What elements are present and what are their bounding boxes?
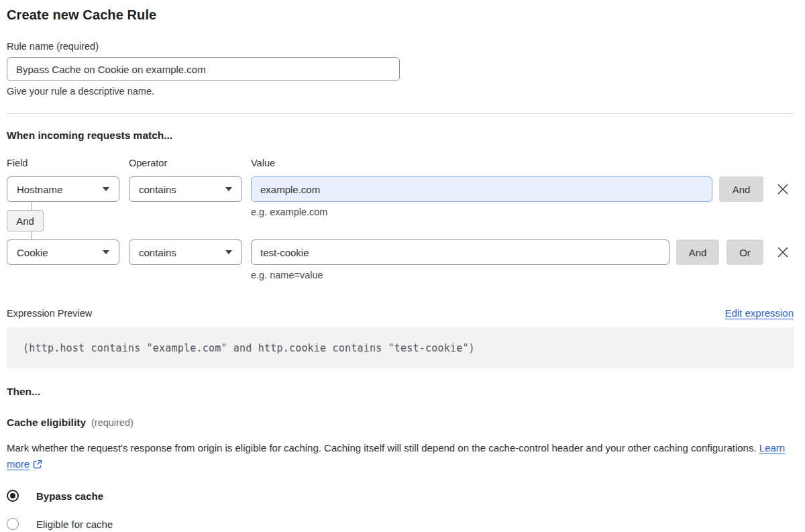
external-link-icon (33, 458, 42, 474)
create-cache-rule-form: Create new Cache Rule Rule name (require… (0, 7, 805, 530)
section-divider (7, 113, 794, 114)
rule-name-input[interactable] (7, 57, 400, 81)
rule-name-help: Give your rule a descriptive name. (7, 86, 794, 97)
field-select-2[interactable]: Cookie (7, 240, 119, 265)
radio-option-eligible-for-cache[interactable]: Eligible for cache (7, 518, 113, 530)
match-heading: When incoming requests match... (7, 129, 794, 142)
expression-code-block: (http.host contains "example.com" and ht… (7, 327, 794, 368)
operator-select-2[interactable]: contains (129, 240, 242, 265)
remove-condition-1-button[interactable] (775, 181, 791, 197)
connector-line (32, 202, 32, 210)
condition-row-2: Cookie contains And Or (7, 240, 794, 265)
cache-eligibility-heading-row: Cache eligibility (required) (7, 417, 794, 429)
chevron-down-icon (225, 250, 232, 254)
field-select-2-value: Cookie (17, 247, 48, 258)
close-icon (775, 182, 790, 197)
value-column-label: Value (251, 158, 794, 168)
cache-eligibility-description: Mark whether the request's response from… (7, 440, 794, 474)
chevron-down-icon (103, 250, 109, 254)
field-column-label: Field (7, 158, 129, 168)
expression-header: Expression Preview Edit expression (7, 307, 794, 319)
rule-name-label: Rule name (required) (7, 41, 794, 52)
description-text: Mark whether the request's response from… (7, 442, 757, 454)
close-icon (775, 245, 790, 260)
and-button-row-2[interactable]: And (676, 240, 719, 265)
then-heading: Then... (7, 386, 794, 398)
radio-option-bypass-cache[interactable]: Bypass cache (7, 490, 103, 502)
radio-button-icon[interactable] (7, 490, 19, 502)
operator-column-label: Operator (129, 158, 251, 168)
field-select-1[interactable]: Hostname (7, 176, 119, 202)
radio-label: Eligible for cache (36, 519, 113, 530)
radio-label: Bypass cache (36, 490, 103, 502)
value-input-1[interactable] (251, 176, 712, 202)
value-hint-1: e.g. example.com (251, 207, 327, 217)
value-input-2[interactable] (251, 240, 669, 265)
chevron-down-icon (103, 187, 109, 191)
or-button-row-2[interactable]: Or (727, 240, 763, 265)
remove-condition-2-button[interactable] (775, 244, 791, 260)
operator-select-1[interactable]: contains (129, 176, 242, 202)
value-hint-2: e.g. name=value (251, 270, 794, 280)
radio-button-icon[interactable] (7, 518, 19, 530)
operator-select-2-value: contains (139, 247, 176, 258)
connector-line (32, 231, 32, 240)
and-button-row-1[interactable]: And (719, 176, 763, 202)
connector-zone: e.g. example.com And (7, 202, 794, 240)
edit-expression-link[interactable]: Edit expression (724, 307, 794, 319)
page-title: Create new Cache Rule (7, 7, 794, 23)
required-note: (required) (91, 417, 133, 428)
operator-select-1-value: contains (139, 184, 176, 195)
condition-row-1: Hostname contains And (7, 176, 794, 202)
field-select-1-value: Hostname (17, 184, 62, 195)
condition-column-headers: Field Operator Value (7, 158, 794, 168)
chevron-down-icon (225, 187, 232, 191)
expression-preview-label: Expression Preview (7, 308, 92, 319)
cache-eligibility-heading: Cache eligibility (7, 417, 86, 429)
and-connector-button[interactable]: And (7, 210, 44, 231)
